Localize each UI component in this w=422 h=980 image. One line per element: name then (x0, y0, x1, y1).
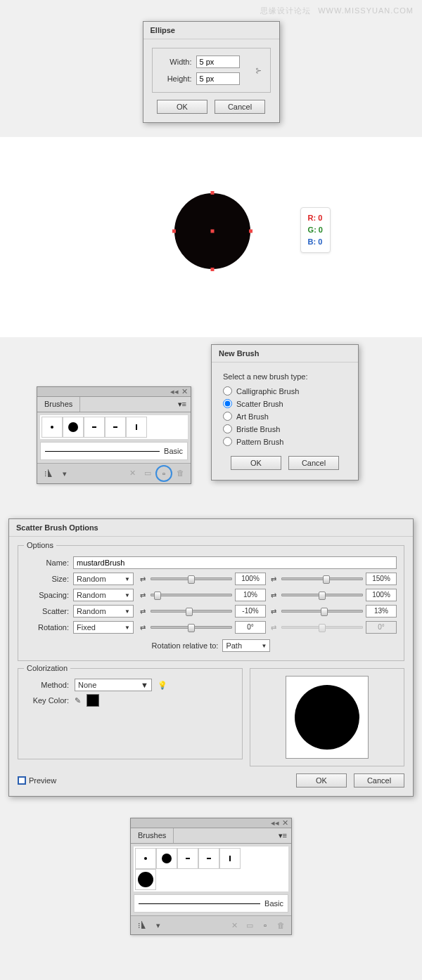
radio-scatter[interactable] (223, 399, 232, 408)
cancel-button[interactable]: Cancel (215, 100, 265, 114)
options-icon[interactable]: ▭ (243, 919, 256, 932)
brush-thumb[interactable] (84, 417, 105, 438)
options-icon[interactable]: ▭ (141, 466, 154, 479)
scatter-slider-2[interactable] (281, 610, 363, 613)
tip-icon[interactable]: 💡 (158, 681, 167, 690)
scatter-value-1[interactable]: -10% (235, 605, 266, 618)
remove-stroke-icon[interactable]: ✕ (228, 919, 241, 932)
radio-label: Bristle Brush (236, 425, 280, 433)
rotation-relative-select[interactable]: Path▼ (222, 639, 270, 652)
libraries-icon[interactable]: ⫶◣ (41, 467, 54, 480)
preview-circle (295, 685, 359, 750)
brush-thumb[interactable] (41, 417, 63, 438)
new-brush-highlight: ▫ (155, 465, 172, 482)
ok-button[interactable]: OK (296, 773, 347, 788)
size-mode-select[interactable]: Random▼ (73, 573, 134, 585)
scatter-value-2[interactable]: 13% (366, 605, 397, 618)
flip-icon[interactable]: ⇄ (269, 606, 279, 616)
constrain-icon[interactable]: ⊱ (253, 65, 264, 76)
brush-thumb[interactable] (135, 848, 156, 869)
rgb-b: B: 0 (308, 236, 323, 248)
brush-thumb[interactable] (63, 417, 84, 438)
brush-thumb[interactable] (198, 848, 219, 869)
scatter-slider-1[interactable] (151, 610, 232, 613)
remove-stroke-icon[interactable]: ✕ (126, 466, 139, 479)
flip-icon[interactable]: ⇄ (269, 574, 279, 584)
brushes-panel: ◂◂ ✕ Brushes ▾≡ Basic ⫶◣ ▾ (37, 386, 191, 484)
flip-icon[interactable]: ⇄ (138, 622, 148, 632)
radio-label: Calligraphic Brush (236, 387, 299, 396)
libraries-menu-icon[interactable]: ▾ (58, 467, 71, 480)
flip-icon[interactable]: ⇄ (138, 606, 148, 616)
spacing-value-2[interactable]: 100% (366, 589, 397, 601)
delete-icon[interactable]: 🗑 (274, 919, 287, 932)
handle-right[interactable] (249, 230, 252, 233)
rotation-mode-select[interactable]: Fixed▼ (73, 621, 134, 634)
handle-bottom[interactable] (211, 268, 215, 271)
radio-pattern[interactable] (223, 437, 232, 446)
size-value-1[interactable]: 100% (235, 573, 266, 585)
handle-left[interactable] (172, 230, 176, 233)
brushes-tab[interactable]: Brushes (37, 397, 80, 412)
handle-center[interactable] (211, 230, 215, 233)
canvas-area[interactable]: R: 0 G: 0 B: 0 (0, 137, 422, 337)
libraries-icon[interactable]: ⫶◣ (135, 919, 148, 932)
keycolor-swatch[interactable] (87, 694, 99, 707)
radio-art[interactable] (223, 412, 232, 421)
flip-icon[interactable]: ⇄ (138, 590, 148, 600)
cancel-button[interactable]: Cancel (288, 456, 339, 470)
selected-ellipse[interactable] (174, 193, 250, 269)
rotation-value-2: 0° (366, 621, 397, 634)
basic-brush-row[interactable]: Basic (40, 442, 188, 460)
spacing-mode-select[interactable]: Random▼ (73, 589, 134, 601)
flip-icon[interactable]: ⇄ (269, 590, 279, 600)
basic-brush-row[interactable]: Basic (134, 894, 288, 913)
brush-thumb[interactable] (126, 417, 147, 438)
close-icon[interactable]: ✕ (181, 387, 188, 396)
close-icon[interactable]: ✕ (282, 818, 288, 828)
new-brush-heading: Select a new brush type: (223, 372, 347, 381)
brush-thumb-new[interactable] (135, 869, 156, 890)
name-input[interactable] (73, 556, 397, 569)
size-slider-1[interactable] (151, 577, 232, 580)
libraries-menu-icon[interactable]: ▾ (152, 919, 165, 932)
brushes-tab[interactable]: Brushes (131, 828, 174, 843)
brush-thumb[interactable] (177, 848, 198, 869)
height-input[interactable] (196, 72, 240, 85)
spacing-slider-1[interactable] (151, 594, 232, 596)
watermark: 思缘设计论坛 WWW.MISSYUAN.COM (260, 6, 414, 16)
brush-thumb[interactable] (156, 848, 177, 869)
width-input[interactable] (196, 55, 240, 68)
brush-thumb[interactable] (105, 417, 126, 438)
panel-menu-icon[interactable]: ▾≡ (274, 828, 291, 843)
new-brush-icon[interactable]: ▫ (259, 919, 271, 932)
ok-button[interactable]: OK (231, 456, 281, 470)
scatter-mode-select[interactable]: Random▼ (73, 605, 134, 618)
spacing-value-1[interactable]: 10% (235, 589, 266, 601)
ok-button[interactable]: OK (157, 100, 207, 114)
radio-calligraphic[interactable] (223, 386, 232, 396)
new-brush-icon[interactable]: ▫ (158, 467, 170, 480)
size-slider-2[interactable] (281, 577, 363, 580)
rgb-readout: R: 0 G: 0 B: 0 (300, 207, 331, 253)
rotation-label: Rotation: (25, 623, 69, 632)
cancel-button[interactable]: Cancel (354, 773, 404, 788)
rgb-g: G: 0 (308, 224, 323, 236)
rotation-value-1[interactable]: 0° (235, 621, 266, 634)
size-label: Size: (25, 575, 69, 583)
method-select[interactable]: None▼ (75, 679, 152, 691)
rotation-slider-1[interactable] (151, 626, 232, 629)
radio-bristle[interactable] (223, 424, 232, 433)
brush-thumbnails (40, 415, 188, 439)
flip-icon[interactable]: ⇄ (138, 574, 148, 584)
preview-checkbox[interactable] (18, 776, 26, 785)
collapse-icon[interactable]: ◂◂ (271, 818, 279, 828)
brush-thumb[interactable] (219, 848, 241, 869)
panel-menu-icon[interactable]: ▾≡ (174, 397, 191, 412)
eyedropper-icon[interactable]: ✎ (75, 696, 81, 705)
size-value-2[interactable]: 150% (366, 573, 397, 585)
collapse-icon[interactable]: ◂◂ (170, 387, 179, 396)
handle-top[interactable] (211, 191, 215, 195)
spacing-slider-2[interactable] (281, 594, 363, 596)
delete-icon[interactable]: 🗑 (174, 466, 186, 479)
